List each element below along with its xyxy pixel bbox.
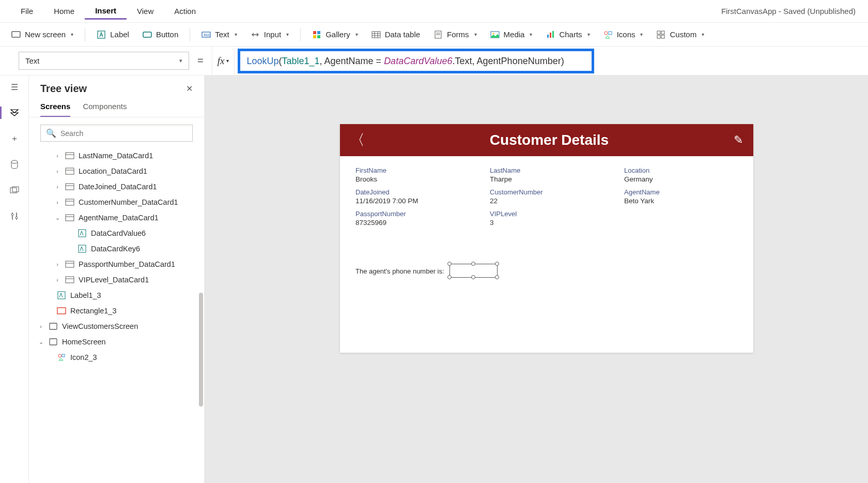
svg-rect-9: [372, 32, 380, 38]
equals-label: =: [189, 47, 212, 75]
preview-field: FirstNameBrooks: [355, 167, 469, 183]
gallery-button[interactable]: Gallery▾: [307, 27, 363, 42]
formula-condition-field: AgentName: [324, 56, 374, 66]
menu-action[interactable]: Action: [164, 4, 206, 19]
caret-icon: ⌄: [37, 339, 44, 345]
iconctl-icon: [57, 354, 66, 361]
datatable-button[interactable]: Data table: [366, 27, 425, 42]
svg-rect-6: [317, 31, 320, 34]
button-button[interactable]: Button: [137, 27, 183, 42]
tree-item[interactable]: ⌄HomeScreen: [33, 334, 200, 350]
tree-item[interactable]: ›DateJoined_DataCard1: [33, 179, 200, 194]
menu-file[interactable]: File: [10, 4, 43, 19]
tree-item-label: AgentName_DataCard1: [79, 214, 159, 222]
close-icon[interactable]: ✕: [186, 84, 193, 94]
screen-icon: [49, 338, 58, 345]
tab-components[interactable]: Components: [83, 99, 127, 117]
svg-rect-8: [317, 35, 320, 38]
app-title: FirstCanvasApp - Saved (Unpublished): [721, 7, 858, 16]
agent-phone-row: The agent's phone number is:: [355, 262, 738, 280]
svg-rect-39: [66, 184, 74, 190]
data-rail-icon[interactable]: [8, 158, 21, 171]
forms-button[interactable]: Forms▾: [428, 27, 482, 42]
panel-title: Tree view: [40, 83, 87, 95]
svg-rect-23: [609, 32, 612, 35]
svg-rect-43: [66, 215, 74, 221]
tree-search[interactable]: 🔍: [40, 125, 193, 142]
custom-button[interactable]: Custom▾: [651, 27, 709, 42]
chevron-down-icon: ▾: [286, 32, 289, 37]
tree-item[interactable]: ›LastName_DataCard1: [33, 148, 200, 163]
svg-rect-0: [12, 32, 20, 37]
icons-button[interactable]: Icons▾: [598, 27, 648, 42]
tree-item[interactable]: ›ViewCustomersScreen: [33, 319, 200, 334]
svg-rect-19: [547, 35, 549, 38]
canvas[interactable]: 〈 Customer Details ✎ FirstNameBrooksLast…: [205, 76, 868, 483]
svg-rect-21: [552, 31, 554, 38]
new-screen-button[interactable]: New screen▾: [6, 27, 79, 42]
chevron-down-icon: ▾: [71, 32, 73, 37]
menu-insert[interactable]: Insert: [85, 3, 127, 20]
chevron-down-icon: ▾: [355, 32, 358, 37]
text-button[interactable]: Abc Text▾: [196, 27, 242, 42]
tools-rail-icon[interactable]: [8, 210, 21, 222]
svg-rect-47: [66, 261, 74, 267]
add-rail-icon[interactable]: ＋: [8, 132, 21, 145]
formula-bar: Text ▾ = fx▾ LookUp(Table1_1, AgentName …: [0, 47, 868, 76]
card-icon: [65, 199, 74, 206]
field-label: LastName: [490, 167, 603, 174]
card-icon: [65, 168, 74, 175]
media-rail-icon[interactable]: [8, 184, 21, 197]
label-button[interactable]: Label: [91, 27, 134, 42]
preview-field: LocationGermany: [624, 167, 738, 183]
media-button[interactable]: Media▾: [485, 27, 538, 42]
card-icon: [65, 183, 74, 190]
search-input[interactable]: [60, 129, 187, 138]
tree-item[interactable]: Icon2_3: [33, 350, 200, 365]
input-button[interactable]: Input▾: [245, 27, 294, 42]
tree-item[interactable]: ⌄AgentName_DataCard1: [33, 210, 200, 225]
tree-item[interactable]: DataCardKey6: [33, 241, 200, 256]
preview-field: LastNameTharpe: [490, 167, 603, 183]
charts-button[interactable]: Charts▾: [540, 27, 595, 42]
tree-item[interactable]: Rectangle1_3: [33, 303, 200, 319]
search-icon: 🔍: [46, 128, 56, 138]
back-icon[interactable]: 〈: [350, 130, 365, 150]
svg-rect-53: [50, 323, 57, 329]
caret-icon: ›: [54, 199, 61, 205]
separator: [300, 28, 301, 41]
fx-button[interactable]: fx▾: [212, 47, 235, 75]
input-icon: [78, 230, 87, 237]
tree-item-label: Icon2_3: [70, 353, 97, 361]
tree-item[interactable]: ›PassportNumber_DataCard1: [33, 256, 200, 272]
card-icon: [65, 152, 74, 159]
tree-item-label: DateJoined_DataCard1: [79, 183, 157, 191]
tree-item-label: LastName_DataCard1: [79, 152, 153, 160]
tree-item-label: HomeScreen: [62, 338, 106, 346]
formula-input[interactable]: LookUp(Table1_1, AgentName = DataCardVal…: [238, 49, 594, 73]
svg-rect-26: [657, 35, 660, 38]
preview-fields: FirstNameBrooksLastNameTharpeLocationGer…: [355, 167, 738, 227]
menu-view[interactable]: View: [127, 4, 164, 19]
scrollbar-thumb[interactable]: [199, 293, 203, 406]
hamburger-icon[interactable]: ☰: [8, 81, 21, 93]
tree-item[interactable]: ›CustomerNumber_DataCard1: [33, 194, 200, 210]
selected-label-control[interactable]: [447, 262, 499, 280]
custom-btn-label: Custom: [670, 30, 696, 39]
edit-icon[interactable]: ✎: [734, 133, 743, 147]
tree-item[interactable]: ›Location_DataCard1: [33, 163, 200, 179]
tree-item[interactable]: Label1_3: [33, 288, 200, 303]
tab-screens[interactable]: Screens: [40, 99, 70, 117]
tree-item-label: PassportNumber_DataCard1: [79, 260, 175, 268]
rect-icon: [57, 307, 66, 314]
tree-view-rail-icon[interactable]: [0, 107, 29, 119]
svg-rect-2: [143, 32, 151, 37]
tree-item[interactable]: DataCardValue6: [33, 225, 200, 241]
tree-item[interactable]: ›VIPLevel_DataCard1: [33, 272, 200, 288]
property-selector[interactable]: Text ▾: [19, 52, 189, 70]
menu-home[interactable]: Home: [43, 4, 85, 19]
left-rail: ☰ ＋: [0, 76, 29, 483]
svg-rect-27: [661, 35, 664, 38]
card-icon: [65, 214, 74, 221]
tree-item-label: Location_DataCard1: [79, 167, 147, 175]
